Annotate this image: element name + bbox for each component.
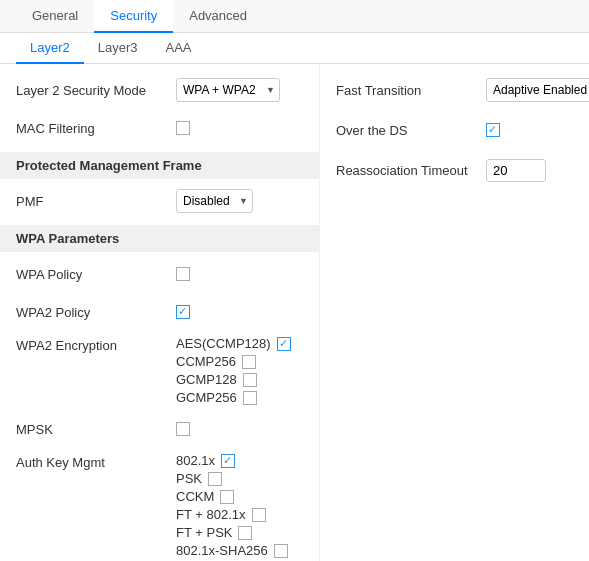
tab-layer2[interactable]: Layer2	[16, 33, 84, 64]
wpa2-enc-option-aes: AES(CCMP128)	[176, 336, 291, 351]
wpa2-enc-gcmp128-checkbox[interactable]	[243, 373, 257, 387]
auth-key-ft8021x-checkbox[interactable]	[252, 508, 266, 522]
right-panel: Fast Transition Adaptive Enabled Over th…	[320, 64, 589, 561]
wpa2-policy-label: WPA2 Policy	[16, 305, 176, 320]
tab-advanced[interactable]: Advanced	[173, 0, 263, 33]
over-ds-value	[486, 123, 573, 137]
wpa2-enc-option-gcmp256: GCMP256	[176, 390, 291, 405]
over-ds-row: Over the DS	[336, 116, 573, 144]
fast-transition-label: Fast Transition	[336, 83, 486, 98]
wpa2-encryption-label: WPA2 Encryption	[16, 336, 176, 353]
auth-key-cckm-label: CCKM	[176, 489, 214, 504]
wpa-policy-value	[176, 267, 303, 281]
layer2-security-mode-label: Layer 2 Security Mode	[16, 83, 176, 98]
auth-key-option-ft8021x: FT + 802.1x	[176, 507, 288, 522]
auth-key-mgmt-label: Auth Key Mgmt	[16, 453, 176, 470]
auth-key-cckm-checkbox[interactable]	[220, 490, 234, 504]
auth-key-option-ftpsk: FT + PSK	[176, 525, 288, 540]
reassociation-timeout-value	[486, 159, 573, 182]
mpsk-row: MPSK	[16, 415, 303, 443]
wpa2-policy-row: WPA2 Policy	[16, 298, 303, 326]
auth-key-option-8021x-sha256: 802.1x-SHA256	[176, 543, 288, 558]
wpa2-encryption-options: AES(CCMP128) CCMP256 GCMP128 GCMP256	[176, 336, 291, 405]
pmf-select-wrapper[interactable]: Disabled	[176, 189, 253, 213]
layer2-security-mode-select-wrapper[interactable]: WPA + WPA2	[176, 78, 280, 102]
wpa2-enc-aes-checkbox[interactable]	[277, 337, 291, 351]
wpa2-enc-gcmp256-checkbox[interactable]	[243, 391, 257, 405]
wpa2-enc-ccmp256-checkbox[interactable]	[242, 355, 256, 369]
auth-key-psk-checkbox[interactable]	[208, 472, 222, 486]
layer2-security-mode-select[interactable]: WPA + WPA2	[176, 78, 280, 102]
mpsk-value	[176, 422, 303, 436]
top-tab-bar: General Security Advanced	[0, 0, 589, 33]
wpa-policy-checkbox[interactable]	[176, 267, 190, 281]
wpa2-encryption-row: WPA2 Encryption AES(CCMP128) CCMP256 GCM…	[16, 336, 303, 405]
wpa2-enc-option-gcmp128: GCMP128	[176, 372, 291, 387]
wpa-parameters-header: WPA Parameters	[0, 225, 319, 252]
protected-management-frame-header: Protected Management Frame	[0, 152, 319, 179]
auth-key-8021xsha256-label: 802.1x-SHA256	[176, 543, 268, 558]
reassociation-timeout-row: Reassociation Timeout	[336, 156, 573, 184]
reassociation-timeout-label: Reassociation Timeout	[336, 163, 486, 178]
wpa-policy-label: WPA Policy	[16, 267, 176, 282]
auth-key-ftpsk-label: FT + PSK	[176, 525, 232, 540]
main-content: Layer 2 Security Mode WPA + WPA2 MAC Fil…	[0, 64, 589, 561]
wpa2-policy-checkbox[interactable]	[176, 305, 190, 319]
mac-filtering-label: MAC Filtering	[16, 121, 176, 136]
wpa-policy-row: WPA Policy	[16, 260, 303, 288]
wpa2-enc-ccmp256-label: CCMP256	[176, 354, 236, 369]
wpa2-enc-gcmp128-label: GCMP128	[176, 372, 237, 387]
mpsk-checkbox[interactable]	[176, 422, 190, 436]
mac-filtering-row: MAC Filtering	[16, 114, 303, 142]
pmf-value: Disabled	[176, 189, 303, 213]
fast-transition-value: Adaptive Enabled	[486, 78, 589, 102]
sub-tab-bar: Layer2 Layer3 AAA	[0, 33, 589, 64]
auth-key-8021x-label: 802.1x	[176, 453, 215, 468]
wpa2-policy-value	[176, 305, 303, 319]
pmf-label: PMF	[16, 194, 176, 209]
tab-layer3[interactable]: Layer3	[84, 33, 152, 64]
auth-key-option-cckm: CCKM	[176, 489, 288, 504]
tab-aaa[interactable]: AAA	[152, 33, 206, 64]
over-ds-checkbox[interactable]	[486, 123, 500, 137]
auth-key-option-8021x: 802.1x	[176, 453, 288, 468]
mac-filtering-checkbox[interactable]	[176, 121, 190, 135]
tab-security[interactable]: Security	[94, 0, 173, 33]
layer2-security-mode-value: WPA + WPA2	[176, 78, 303, 102]
auth-key-8021x-checkbox[interactable]	[221, 454, 235, 468]
auth-key-mgmt-options: 802.1x PSK CCKM FT + 802.1x FT + PSK	[176, 453, 288, 561]
fast-transition-row: Fast Transition Adaptive Enabled	[336, 76, 573, 104]
auth-key-option-psk: PSK	[176, 471, 288, 486]
wpa2-enc-option-ccmp256: CCMP256	[176, 354, 291, 369]
auth-key-mgmt-row: Auth Key Mgmt 802.1x PSK CCKM FT + 802.1…	[16, 453, 303, 561]
auth-key-8021xsha256-checkbox[interactable]	[274, 544, 288, 558]
fast-transition-select[interactable]: Adaptive Enabled	[486, 78, 589, 102]
pmf-row: PMF Disabled	[16, 187, 303, 215]
layer2-security-mode-row: Layer 2 Security Mode WPA + WPA2	[16, 76, 303, 104]
auth-key-ft8021x-label: FT + 802.1x	[176, 507, 246, 522]
left-panel: Layer 2 Security Mode WPA + WPA2 MAC Fil…	[0, 64, 320, 561]
fast-transition-select-wrapper[interactable]: Adaptive Enabled	[486, 78, 589, 102]
reassociation-timeout-input[interactable]	[486, 159, 546, 182]
wpa2-enc-aes-label: AES(CCMP128)	[176, 336, 271, 351]
wpa2-enc-gcmp256-label: GCMP256	[176, 390, 237, 405]
auth-key-psk-label: PSK	[176, 471, 202, 486]
mac-filtering-value	[176, 121, 303, 135]
over-ds-label: Over the DS	[336, 123, 486, 138]
tab-general[interactable]: General	[16, 0, 94, 33]
auth-key-ftpsk-checkbox[interactable]	[238, 526, 252, 540]
pmf-select[interactable]: Disabled	[176, 189, 253, 213]
mpsk-label: MPSK	[16, 422, 176, 437]
